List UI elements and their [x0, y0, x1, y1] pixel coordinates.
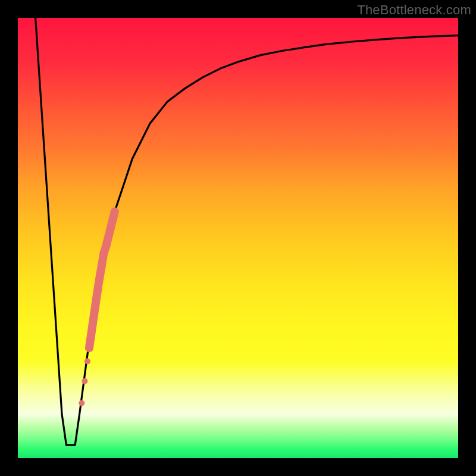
highlight-dot	[79, 400, 84, 406]
curve-group	[36, 18, 458, 445]
watermark-text: TheBottleneck.com	[357, 2, 471, 18]
highlight-dot	[84, 358, 90, 364]
plot-area	[18, 18, 458, 458]
chart-frame: TheBottleneck.com	[0, 0, 476, 476]
bottleneck-curve	[36, 18, 458, 445]
chart-svg	[18, 18, 458, 458]
highlight-markers	[79, 212, 115, 406]
highlight-stroke	[89, 212, 115, 348]
highlight-dot	[82, 378, 88, 384]
